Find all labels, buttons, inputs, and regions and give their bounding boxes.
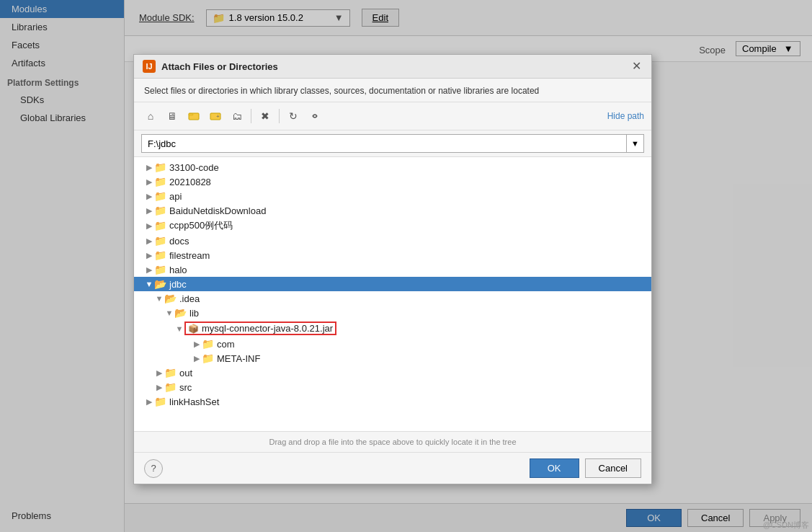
modal-buttons: ? OK Cancel xyxy=(134,452,651,484)
home-icon[interactable]: ⌂ xyxy=(141,107,160,125)
tree-label-api: api xyxy=(169,191,182,202)
tree-item-baidu[interactable]: ▶ 📁 BaiduNetdiskDownload xyxy=(134,203,651,218)
tree-item-halo[interactable]: ▶ 📁 halo xyxy=(134,262,651,277)
folder-icon-20210828: 📁 xyxy=(154,176,166,187)
tree-label-linkhashset: linkHashSet xyxy=(169,396,219,407)
hide-path-button[interactable]: Hide path xyxy=(607,111,644,121)
folder-icon-baidu: 📁 xyxy=(154,205,166,216)
tree-item-meta-inf[interactable]: ▶ 📁 META-INF xyxy=(134,351,651,365)
folder-icon-meta-inf: 📁 xyxy=(202,353,214,364)
tree-label-lib: lib xyxy=(189,308,199,319)
tree-item-filestream[interactable]: ▶ 📁 filestream xyxy=(134,248,651,262)
modal-titlebar: IJ Attach Files or Directories ✕ xyxy=(134,55,651,79)
expand-arrow-33100[interactable]: ▶ xyxy=(144,163,154,172)
folder-icon-halo: 📁 xyxy=(154,264,166,275)
tree-item-api[interactable]: ▶ 📁 api xyxy=(134,189,651,203)
tree-label-20210828: 20210828 xyxy=(169,177,211,187)
expand-arrow-jdbc[interactable]: ▼ xyxy=(144,280,154,288)
tree-label-out: out xyxy=(179,368,192,378)
folder-link-icon[interactable]: 🗂 xyxy=(228,107,246,125)
folder-icon-api: 📁 xyxy=(154,190,166,202)
tree-item-ccpp500[interactable]: ▶ 📁 ccpp500例代码 xyxy=(134,218,651,234)
tree-item-linkhashset[interactable]: ▶ 📁 linkHashSet xyxy=(134,394,651,409)
jar-highlight-border: 📦 mysql-connector-java-8.0.21.jar xyxy=(184,322,336,335)
folder-open-icon[interactable] xyxy=(184,107,203,125)
tree-label-jdbc: jdbc xyxy=(169,279,187,290)
expand-arrow-api[interactable]: ▶ xyxy=(144,192,154,201)
refresh-icon[interactable]: ↻ xyxy=(284,107,303,125)
folder-icon-ccpp500: 📁 xyxy=(154,220,166,231)
expand-arrow-20210828[interactable]: ▶ xyxy=(144,177,154,187)
folder-icon-lib: 📂 xyxy=(174,307,187,319)
tree-item-mysql-jar[interactable]: ▼ 📦 mysql-connector-java-8.0.21.jar xyxy=(134,320,651,337)
expand-arrow-src[interactable]: ▶ xyxy=(154,383,164,392)
expand-arrow-idea[interactable]: ▼ xyxy=(154,294,164,303)
modal-drag-hint-row: Drag and drop a file into the space abov… xyxy=(134,431,651,452)
tree-label-com: com xyxy=(217,339,235,350)
toolbar-separator-1 xyxy=(251,109,251,123)
expand-arrow-baidu[interactable]: ▶ xyxy=(144,206,154,216)
expand-arrow-docs[interactable]: ▶ xyxy=(144,236,154,246)
tree-label-idea: .idea xyxy=(179,293,200,304)
path-bar: ▼ xyxy=(134,130,651,157)
tree-label-halo: halo xyxy=(169,265,187,275)
tree-item-idea[interactable]: ▼ 📂 .idea xyxy=(134,291,651,306)
folder-icon-com: 📁 xyxy=(202,338,214,350)
folder-icon-idea: 📂 xyxy=(164,293,177,304)
modal-toolbar: ⌂ 🖥 + 🗂 ✖ ↻ Hide path xyxy=(134,102,651,130)
expand-arrow-halo[interactable]: ▶ xyxy=(144,265,154,275)
monitor-icon[interactable]: 🖥 xyxy=(163,107,182,125)
tree-label-meta-inf: META-INF xyxy=(217,353,260,364)
tree-label-mysql-jar: mysql-connector-java-8.0.21.jar xyxy=(202,323,333,334)
expand-arrow-com[interactable]: ▶ xyxy=(192,340,202,349)
folder-icon-out: 📁 xyxy=(164,367,177,378)
link-icon[interactable] xyxy=(305,107,324,125)
tree-label-baidu: BaiduNetdiskDownload xyxy=(169,205,266,216)
cancel-button[interactable]: Cancel xyxy=(585,458,641,478)
folder-icon-docs: 📁 xyxy=(154,235,166,247)
modal-subtitle: Select files or directories in which lib… xyxy=(134,79,651,102)
expand-arrow-lib[interactable]: ▼ xyxy=(164,309,174,317)
folder-icon-src: 📁 xyxy=(164,381,177,393)
toolbar-separator-2 xyxy=(279,109,280,123)
tree-item-lib[interactable]: ▼ 📂 lib xyxy=(134,306,651,320)
help-button[interactable]: ? xyxy=(144,459,163,478)
tree-label-docs: docs xyxy=(169,236,189,247)
tree-item-jdbc[interactable]: ▼ 📂 jdbc xyxy=(134,277,651,291)
file-tree[interactable]: ▶ 📁 33100-code ▶ 📁 20210828 ▶ 📁 api ▶ 📁 … xyxy=(134,157,651,431)
tree-item-33100-code[interactable]: ▶ 📁 33100-code xyxy=(134,160,651,174)
expand-arrow-ccpp500[interactable]: ▶ xyxy=(144,221,154,231)
expand-arrow-meta-inf[interactable]: ▶ xyxy=(192,354,202,363)
watermark: @CSDN博客 xyxy=(760,518,812,532)
svg-text:+: + xyxy=(216,113,220,120)
tree-label-src: src xyxy=(179,382,192,393)
tree-item-20210828[interactable]: ▶ 📁 20210828 xyxy=(134,174,651,189)
svg-rect-1 xyxy=(189,114,193,115)
drag-hint-text: Drag and drop a file into the space abov… xyxy=(144,438,641,446)
delete-icon[interactable]: ✖ xyxy=(256,107,275,125)
folder-icon-filestream: 📁 xyxy=(154,249,166,261)
modal-title-text: Attach Files or Directories xyxy=(161,61,625,72)
tree-item-docs[interactable]: ▶ 📁 docs xyxy=(134,234,651,248)
folder-icon-linkhashset: 📁 xyxy=(154,396,166,407)
new-folder-icon[interactable]: + xyxy=(206,107,225,125)
tree-item-src[interactable]: ▶ 📁 src xyxy=(134,380,651,394)
ok-button[interactable]: OK xyxy=(530,458,579,478)
tree-label-filestream: filestream xyxy=(169,250,210,261)
path-input[interactable] xyxy=(141,134,627,153)
path-dropdown-button[interactable]: ▼ xyxy=(627,134,644,153)
expand-arrow-out[interactable]: ▶ xyxy=(154,368,164,378)
tree-label-33100: 33100-code xyxy=(169,162,219,173)
folder-icon-33100: 📁 xyxy=(154,161,166,173)
attach-files-modal: IJ Attach Files or Directories ✕ Select … xyxy=(133,54,652,484)
folder-icon-jdbc: 📂 xyxy=(154,278,166,290)
tree-item-out[interactable]: ▶ 📁 out xyxy=(134,365,651,380)
tree-label-ccpp500: ccpp500例代码 xyxy=(169,219,233,232)
expand-arrow-mysql-jar[interactable]: ▼ xyxy=(174,324,184,333)
tree-item-com[interactable]: ▶ 📁 com xyxy=(134,337,651,351)
modal-close-button[interactable]: ✕ xyxy=(630,61,643,72)
expand-arrow-linkhashset[interactable]: ▶ xyxy=(144,397,154,407)
expand-arrow-filestream[interactable]: ▶ xyxy=(144,251,154,260)
jar-file-icon: 📦 xyxy=(188,324,199,334)
modal-title-icon: IJ xyxy=(143,60,156,73)
